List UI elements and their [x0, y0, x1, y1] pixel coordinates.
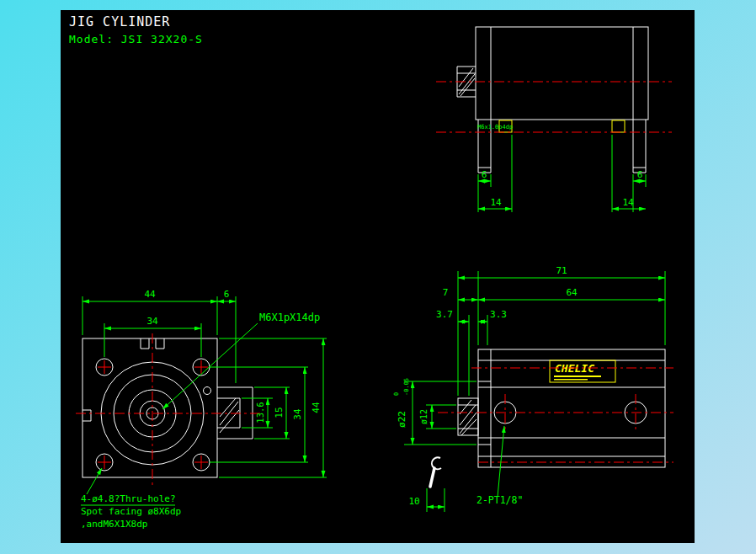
note-line-2: Spot facing ø8X6dp: [81, 506, 181, 517]
dim-bore: ø22: [397, 411, 407, 428]
logo-fineprint-1: [554, 376, 601, 377]
dim-head: 7: [443, 287, 449, 298]
thread-label: M6X1pX14dp: [259, 312, 320, 323]
drawing-title: JIG CYLINDER: [69, 14, 170, 29]
dim-counterbore: 13.6: [255, 402, 265, 423]
port-label: 2-PT1/8": [476, 494, 523, 506]
dim-3-7: 3.7: [436, 309, 453, 320]
dim-plug: 10: [408, 496, 419, 507]
dim-port-bore: ø12: [419, 409, 429, 424]
thread-note: M6x1.0p4dp: [477, 124, 513, 131]
cad-canvas: [61, 10, 695, 543]
dim-width: 44: [144, 289, 156, 300]
bore-tol-upper: 0: [393, 392, 400, 396]
drawing-model: Model: JSI 32X20-S: [69, 33, 203, 45]
note-line-3: ,andM6X1X8dp: [81, 519, 147, 530]
dim-total-length: 71: [556, 265, 567, 276]
dim-slot-left: 6: [482, 169, 487, 180]
dim-slot: 15: [274, 407, 285, 418]
bore-tol-lower: -0.05: [403, 378, 410, 396]
dim-slot-right: 6: [637, 169, 643, 180]
dim-pitch-right: 14: [622, 197, 634, 208]
note-line-1: 4-ø4.8?Thru-hole?: [81, 493, 176, 504]
dim-hole-spacing: 34: [146, 316, 158, 327]
dim-height: 44: [311, 402, 322, 413]
dim-hole-spacing-v: 34: [292, 408, 303, 420]
logo-fineprint-2: [554, 379, 588, 381]
dim-pitch-left: 14: [490, 197, 502, 208]
dim-3-3: 3.3: [490, 309, 507, 320]
cad-viewport[interactable]: JIG CYLINDER Model: JSI 32X20-S 6: [0, 0, 756, 554]
screenshot-root: { "header": { "title": "JIG CYLINDER", "…: [0, 0, 756, 554]
dim-body-length: 64: [566, 287, 578, 298]
dim-offset: 6: [224, 289, 230, 300]
